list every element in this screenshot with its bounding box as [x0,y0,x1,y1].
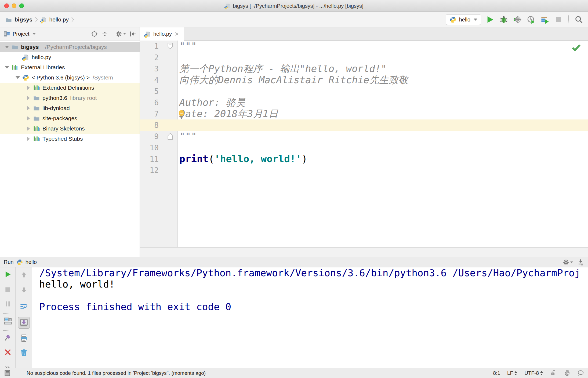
code-line-5[interactable]: 5 [140,86,588,97]
prev-trace-button[interactable] [20,271,28,279]
intention-bulb-icon[interactable] [177,109,186,119]
line-number[interactable]: 7 [140,110,162,118]
line-number[interactable]: 10 [140,143,162,152]
chevron-down-icon[interactable] [32,33,36,35]
close-tab-icon[interactable] [174,31,179,37]
restore-layout-button[interactable] [3,317,12,325]
line-number[interactable]: 2 [140,53,162,62]
tree-row-python-3-6-bigsys[interactable]: < Python 3.6 (bigsys) >/System [0,72,140,83]
stop-process-button[interactable] [3,286,12,293]
editor-horizontal-scrollbar[interactable] [140,247,588,257]
panel-settings-button[interactable] [115,30,126,38]
run-configuration-select[interactable]: hello [446,14,481,25]
code-line-10[interactable]: 10 [140,142,588,153]
line-separator-widget[interactable]: LF [507,370,517,376]
debug-button[interactable] [499,15,509,24]
fold-marker-icon[interactable] [162,42,178,50]
pin-tab-button[interactable] [3,334,12,341]
tree-row-python3-6[interactable]: python3.6library root [0,93,140,103]
stop-button[interactable] [554,15,563,24]
collapsed-arrow-icon[interactable] [25,96,32,100]
tree-row-typeshed-stubs[interactable]: Typeshed Stubs [0,134,140,144]
chevron-down-icon [123,33,126,35]
scroll-to-end-button[interactable] [18,317,30,329]
tree-row-lib-dynload[interactable]: lib-dynload [0,103,140,113]
run-panel-title[interactable]: Run [4,259,14,265]
code-line-4[interactable]: 4向伟大的Dennis MacAlistair Ritchie先生致敬 [140,74,588,86]
collapsed-arrow-icon[interactable] [25,137,32,141]
zoom-window-button[interactable] [19,3,24,8]
run-config-name[interactable]: hello [26,259,37,265]
breadcrumb-item-hello-py[interactable]: hello.py [39,16,70,24]
inspection-ok-icon[interactable] [571,44,581,52]
code-line-9[interactable]: 9""" [140,131,588,142]
code-line-8[interactable]: 8 [140,119,588,131]
run-console-output[interactable]: /System/Library/Frameworks/Python.framew… [32,267,588,368]
hide-panel-button[interactable] [129,30,136,38]
tree-row-bigsys[interactable]: bigsys~/PycharmProjects/bigsys [0,42,140,52]
line-number[interactable]: 5 [140,87,162,96]
line-number[interactable]: 4 [140,76,162,85]
collapsed-arrow-icon[interactable] [25,116,32,121]
tree-row-binary-skeletons[interactable]: Binary Skeletons [0,123,140,134]
tree-row-external-libraries[interactable]: External Libraries [0,62,140,72]
run-button[interactable] [485,15,495,24]
tree-row-extended-definitions[interactable]: Extended Definitions [0,83,140,93]
project-panel-title[interactable]: Project [13,31,29,37]
code-line-6[interactable]: 6Author: 骆昊 [140,97,588,108]
code-editor[interactable]: 1"""23第一个Python程序 - 输出"hello, world!"4向伟… [140,41,588,247]
coverage-button[interactable] [513,15,522,24]
line-number[interactable]: 11 [140,155,162,163]
hide-run-panel-button[interactable] [577,259,584,266]
code-line-7[interactable]: 7Date: 2018年3月1日 [140,108,588,119]
collapsed-arrow-icon[interactable] [25,86,32,90]
tab-hello-py[interactable]: hello.py [140,27,184,41]
line-number[interactable]: 6 [140,98,162,107]
code-line-1[interactable]: 1""" [140,41,588,52]
code-line-2[interactable]: 2 [140,52,588,63]
line-number[interactable]: 12 [140,166,162,175]
line-number[interactable]: 3 [140,64,162,73]
collapsed-arrow-icon[interactable] [25,106,32,110]
fold-marker-icon[interactable] [162,133,178,140]
library-icon [33,84,40,91]
breadcrumb-item-bigsys[interactable]: bigsys [4,16,34,24]
code-line-11[interactable]: 11print('hello, world!') [140,153,588,165]
pause-output-button[interactable] [3,300,12,308]
collapse-all-button[interactable] [101,30,108,38]
event-log-bubble-icon[interactable] [578,370,584,376]
tree-row-site-packages[interactable]: site-packages [0,113,140,123]
caret-position-widget[interactable]: 8:1 [493,370,500,376]
code-line-3[interactable]: 3第一个Python程序 - 输出"hello, world!" [140,63,588,74]
close-window-button[interactable] [4,3,9,8]
expanded-arrow-icon[interactable] [14,76,21,79]
line-number[interactable]: 9 [140,132,162,141]
run-panel-settings-button[interactable] [562,259,573,266]
code-text: """ [178,41,197,52]
tab-label: hello.py [153,31,172,37]
rerun-button[interactable] [3,271,12,278]
inspection-profile-icon[interactable] [564,370,571,376]
window-title-text: bigsys [~/PycharmProjects/bigsys] - .../… [233,3,363,9]
collapsed-arrow-icon[interactable] [25,126,32,131]
soft-wrap-button[interactable] [20,302,28,311]
next-trace-button[interactable] [20,286,28,294]
code-text: 向伟大的Dennis MacAlistair Ritchie先生致敬 [178,74,408,86]
expanded-arrow-icon[interactable] [3,46,10,48]
tree-row-hello-py[interactable]: hello.py [0,52,140,62]
concurrency-diagram-button[interactable] [540,15,550,24]
unlock-icon[interactable] [550,370,557,376]
print-button[interactable] [20,334,28,343]
clear-all-button[interactable] [20,348,28,357]
profiler-button[interactable] [526,15,536,24]
line-number[interactable]: 1 [140,42,162,51]
expanded-arrow-icon[interactable] [3,66,10,69]
search-everywhere-button[interactable] [574,15,584,24]
tool-window-switcher-icon[interactable] [4,369,11,377]
locate-file-button[interactable] [91,30,98,38]
encoding-widget[interactable]: UTF-8 [524,370,543,376]
line-number[interactable]: 8 [140,121,162,130]
minimize-window-button[interactable] [12,3,16,8]
close-run-panel-button[interactable] [3,348,12,356]
code-line-12[interactable]: 12 [140,165,588,176]
